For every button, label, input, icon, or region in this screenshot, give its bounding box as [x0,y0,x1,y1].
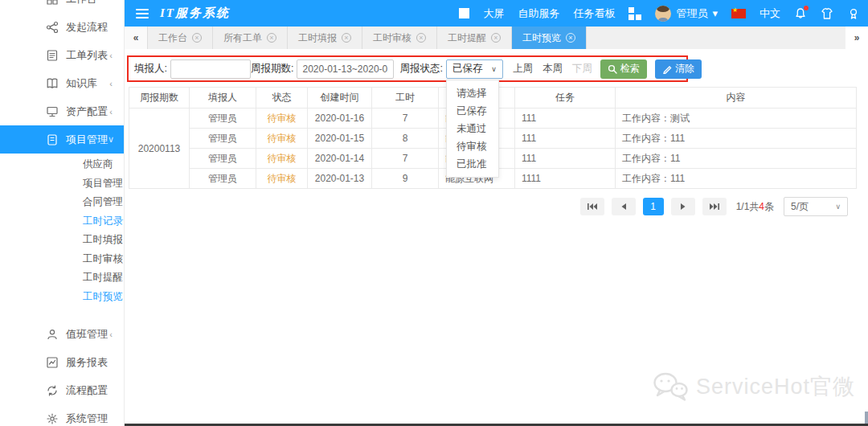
status-cell: 待审核 [256,129,308,149]
tab-label: 所有工单 [223,31,262,45]
close-icon[interactable]: × [192,33,202,43]
tab-timesheet-review[interactable]: 工时审核 × [362,27,437,49]
period-cell: 20200113 [129,109,190,189]
submenu-item-timesheet-reminder[interactable]: 工时提醒 [0,268,124,288]
period-input[interactable] [297,59,394,79]
vertical-scrollbar-end[interactable] [865,412,868,424]
submenu-item-label: 工时审核 [83,250,123,269]
search-icon [608,64,617,74]
sidebar-item-service-report[interactable]: 服务报表 [0,348,124,376]
dropdown-option[interactable]: 请选择 [447,84,498,102]
sidebar-item-label: 项目管理 [66,133,108,147]
clear-button[interactable]: 清除 [655,59,702,79]
medal-icon[interactable] [847,7,860,20]
theme-shirt-icon[interactable] [821,7,833,20]
reporter-cell: 管理员 [190,129,256,149]
content-cell: 工作内容：测试 [616,109,857,129]
tab-timesheet-preview[interactable]: 工时预览 × [512,27,587,49]
current-page-button[interactable]: 1 [643,198,664,215]
sidebar-item-start-process[interactable]: 发起流程 [0,13,124,41]
dropdown-option[interactable]: 已批准 [447,155,498,173]
notification-dot [804,6,809,10]
hours-cell: 7 [372,149,439,169]
watermark: ServiceHot官微 [652,371,855,402]
dashboard-blocks-icon[interactable] [628,7,641,20]
annotation-highlight-box: 填报人: 周报期数: 周报状态: 已保存 ∨ 请选择 已保存 未通过 待审核 已… [127,55,688,82]
sidebar-item-label: 系统管理 [66,412,108,426]
nav-self-service[interactable]: 自助服务 [518,6,559,21]
status-select[interactable]: 已保存 ∨ [446,59,503,79]
flag-star-icon: ★ [732,6,738,14]
submenu-item-timesheet-record[interactable]: 工时记录 ∨ [0,212,124,231]
hours-cell: 9 [372,169,439,189]
page-size-select[interactable]: 5/页 ∨ [784,197,848,216]
sidebar-item-label: 知识库 [66,76,97,91]
next-page-button[interactable] [671,198,695,215]
close-icon[interactable]: × [416,33,426,43]
sidebar-item-duty-management[interactable]: 值班管理 ‹ [0,320,124,348]
hamburger-menu-icon[interactable] [136,9,149,18]
wechat-icon [652,371,689,402]
user-menu[interactable]: 管理员 ▾ [655,6,718,22]
tab-workbench[interactable]: 工作台 × [147,27,213,49]
tabs-scroll-right[interactable]: » [845,27,868,49]
tab-all-tickets[interactable]: 所有工单 × [213,27,288,49]
submenu-item-timesheet-preview[interactable]: 工时预览 [0,288,124,307]
col-created: 创建时间 [308,88,372,109]
pagination-info: 1/1共4条 [734,200,776,214]
dropdown-option[interactable]: 待审核 [447,137,498,155]
sidebar-item-ticket-list[interactable]: 工单列表 ‹ [0,41,124,69]
language-switcher[interactable]: 中文 [760,6,780,21]
sidebar-item-project-management[interactable]: 项目管理 ∨ [0,125,124,154]
tab-timesheet-reminder[interactable]: 工时提醒 × [437,27,512,49]
sidebar-item-asset-config[interactable]: 资产配置 ‹ [0,97,124,125]
project-submenu: 供应商 项目管理 合同管理 工时记录 ∨ 工时填报 工时审核 工时提醒 工时 [0,154,124,309]
report-chart-icon [46,356,59,369]
sidebar-item-label: 流程配置 [66,383,108,398]
submenu-item-timesheet-review[interactable]: 工时审核 [0,250,124,269]
reporter-cell: 管理员 [190,149,256,169]
tabs-scroll-left[interactable]: « [125,27,147,49]
notification-bell-icon[interactable] [794,7,807,20]
close-icon[interactable]: × [566,33,575,43]
submenu-item-supplier[interactable]: 供应商 [0,155,124,174]
submenu-item-project-management[interactable]: 项目管理 [0,174,124,194]
nav-task-board[interactable]: 任务看板 [573,6,615,21]
sidebar-item-system-management[interactable]: 系统管理 [0,404,124,426]
tab-label: 工时预览 [522,31,561,45]
search-button[interactable]: 检索 [600,59,647,79]
sidebar-bottom-group: 值班管理 ‹ 服务报表 流程配置 系统管理 [0,320,124,426]
submenu-item-label: 合同管理 [83,193,123,212]
filter-bar: 填报人: 周报期数: 周报状态: 已保存 ∨ 请选择 已保存 未通过 待审核 已… [125,49,868,87]
project-icon [46,133,59,146]
dropdown-option[interactable]: 已保存 [447,102,498,120]
fullscreen-icon[interactable] [459,8,469,18]
list-icon [46,49,59,62]
record-count: 4 [759,201,764,212]
tab-timesheet-fill[interactable]: 工时填报 × [288,27,362,49]
col-content: 内容 [616,88,857,109]
sidebar-item-knowledge-base[interactable]: 知识库 ‹ [0,69,124,97]
dropdown-option[interactable]: 未通过 [447,120,498,137]
tab-label: 工时审核 [373,31,411,45]
tab-label: 工作台 [158,31,187,45]
grid-icon [46,0,59,6]
this-week-link[interactable]: 本周 [542,62,563,76]
china-flag-icon[interactable]: ★ [731,9,746,18]
submenu-item-timesheet-fill[interactable]: 工时填报 [0,231,124,250]
close-icon[interactable]: × [342,33,351,43]
sidebar-item-workbench[interactable]: 工作台 [0,0,124,13]
submenu-item-contract-management[interactable]: 合同管理 [0,193,124,212]
first-page-button[interactable] [580,198,604,215]
close-icon[interactable]: × [267,33,276,43]
last-page-button[interactable] [702,198,727,215]
last-week-link[interactable]: 上周 [513,62,533,76]
prev-page-button[interactable] [612,198,636,215]
reporter-input[interactable] [170,59,251,79]
nav-big-screen[interactable]: 大屏 [483,6,504,21]
pagination: 1 1/1共4条 5/页 ∨ [580,197,848,216]
status-cell: 待审核 [256,149,308,169]
task-cell: 1111 [515,169,616,189]
sidebar-item-process-config[interactable]: 流程配置 [0,376,124,404]
close-icon[interactable]: × [491,33,501,43]
